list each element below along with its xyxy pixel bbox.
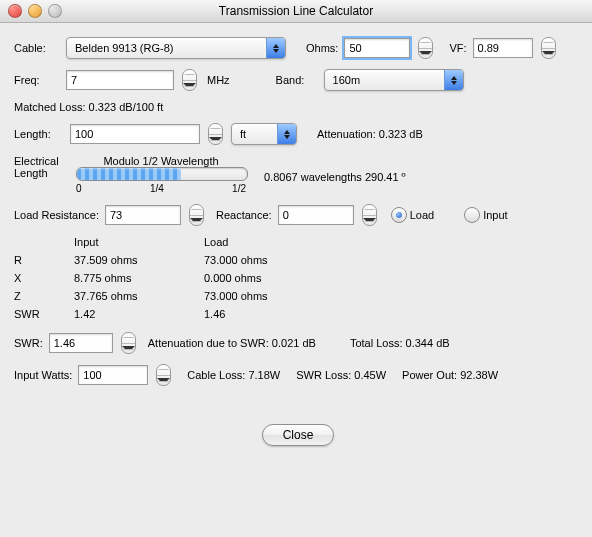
att-swr-text: Attenuation due to SWR: 0.021 dB: [148, 337, 316, 349]
power-out-text: Power Out: 92.38W: [402, 369, 498, 381]
cable-select[interactable]: Belden 9913 (RG-8): [66, 37, 286, 59]
cable-select-text: Belden 9913 (RG-8): [75, 42, 266, 54]
updown-icon: [266, 38, 285, 58]
vf-label: VF:: [449, 42, 466, 54]
window-title: Transmission Line Calculator: [0, 4, 592, 18]
close-window-button[interactable]: [8, 4, 22, 18]
elec-length-progress: [76, 167, 248, 181]
cable-loss-text: Cable Loss: 7.18W: [187, 369, 280, 381]
elec-length-ticks: 0 1/4 1/2: [76, 183, 246, 194]
x-load: 0.000 ohms: [204, 272, 334, 284]
r-input: 37.509 ohms: [74, 254, 204, 266]
swr-input-res: 1.42: [74, 308, 204, 320]
band-select-text: 160m: [333, 74, 444, 86]
swr-input[interactable]: [49, 333, 113, 353]
elec-length-caption: Modulo 1/2 Wavelength: [76, 155, 246, 167]
radio-load[interactable]: Load: [391, 207, 434, 223]
matched-loss-text: Matched Loss: 0.323 dB/100 ft: [14, 101, 163, 113]
close-button-label: Close: [283, 428, 314, 442]
elec-length-readout: 0.8067 wavelengths 290.41 º: [264, 171, 406, 183]
updown-icon: [277, 124, 296, 144]
watts-label: Input Watts:: [14, 369, 72, 381]
minimize-window-button[interactable]: [28, 4, 42, 18]
reactance-stepper[interactable]: [362, 204, 377, 226]
length-unit-text: ft: [240, 128, 277, 140]
row-label-z: Z: [14, 290, 74, 302]
load-res-label: Load Resistance:: [14, 209, 99, 221]
ohms-input[interactable]: [344, 38, 410, 58]
swr-load-res: 1.46: [204, 308, 334, 320]
x-input: 8.775 ohms: [74, 272, 204, 284]
ohms-label: Ohms:: [306, 42, 338, 54]
freq-unit: MHz: [207, 74, 230, 86]
zoom-window-button[interactable]: [48, 4, 62, 18]
length-unit-select[interactable]: ft: [231, 123, 297, 145]
elec-length-label1: Electrical: [14, 155, 70, 167]
row-label-x: X: [14, 272, 74, 284]
attenuation-text: Attenuation: 0.323 dB: [317, 128, 423, 140]
r-load: 73.000 ohms: [204, 254, 334, 266]
swr-loss-text: SWR Loss: 0.45W: [296, 369, 386, 381]
total-loss-text: Total Loss: 0.344 dB: [350, 337, 450, 349]
updown-icon: [444, 70, 463, 90]
watts-input[interactable]: [78, 365, 148, 385]
radio-load-button[interactable]: [391, 207, 407, 223]
ohms-stepper[interactable]: [418, 37, 433, 59]
watts-stepper[interactable]: [156, 364, 171, 386]
tick-half: 1/2: [232, 183, 246, 194]
length-input[interactable]: [70, 124, 200, 144]
radio-input-label: Input: [483, 209, 507, 221]
row-label-swr: SWR: [14, 308, 74, 320]
vf-stepper[interactable]: [541, 37, 556, 59]
tick-0: 0: [76, 183, 82, 194]
load-res-stepper[interactable]: [189, 204, 204, 226]
results-table: Input Load R 37.509 ohms 73.000 ohms X 8…: [14, 236, 582, 320]
radio-input-button[interactable]: [464, 207, 480, 223]
col-input: Input: [74, 236, 204, 248]
band-label: Band:: [276, 74, 318, 86]
freq-label: Freq:: [14, 74, 60, 86]
length-stepper[interactable]: [208, 123, 223, 145]
freq-stepper[interactable]: [182, 69, 197, 91]
col-load: Load: [204, 236, 334, 248]
vf-input[interactable]: [473, 38, 533, 58]
cable-label: Cable:: [14, 42, 60, 54]
row-label-r: R: [14, 254, 74, 266]
elec-length-label2: Length: [14, 167, 70, 179]
titlebar: Transmission Line Calculator: [0, 0, 592, 23]
reactance-input[interactable]: [278, 205, 354, 225]
band-select[interactable]: 160m: [324, 69, 464, 91]
load-res-input[interactable]: [105, 205, 181, 225]
radio-load-label: Load: [410, 209, 434, 221]
swr-label: SWR:: [14, 337, 43, 349]
radio-input[interactable]: Input: [464, 207, 507, 223]
z-input: 37.765 ohms: [74, 290, 204, 302]
z-load: 73.000 ohms: [204, 290, 334, 302]
length-label: Length:: [14, 128, 64, 140]
freq-input[interactable]: [66, 70, 174, 90]
close-button[interactable]: Close: [262, 424, 334, 446]
reactance-label: Reactance:: [216, 209, 272, 221]
swr-stepper[interactable]: [121, 332, 136, 354]
tick-quarter: 1/4: [150, 183, 164, 194]
